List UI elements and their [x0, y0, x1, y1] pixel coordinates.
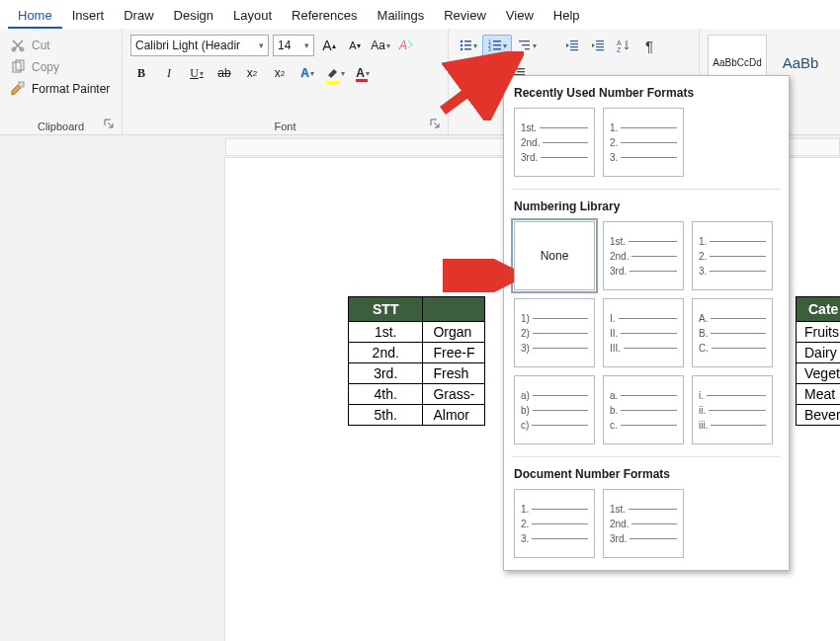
svg-rect-26 [596, 43, 604, 44]
tab-home[interactable]: Home [8, 2, 62, 29]
cut-button[interactable]: Cut [8, 37, 112, 54]
table-row[interactable]: Veget [797, 363, 841, 384]
table-row[interactable]: 1st.Organ [349, 322, 485, 343]
table-row[interactable]: 2nd.Free-F [349, 343, 485, 363]
numbering-tile[interactable]: 1.2.3. [692, 221, 773, 290]
shrink-font-button[interactable]: A▾ [344, 35, 366, 56]
cell[interactable]: Dairy [797, 343, 841, 363]
cell[interactable]: Fruits [797, 322, 841, 343]
recent-grid: 1st.2nd.3rd.1.2.3. [512, 108, 781, 177]
text-effects-button[interactable]: A▾ [296, 62, 318, 84]
cell[interactable]: 1st. [349, 322, 423, 343]
svg-rect-4 [19, 82, 24, 87]
group-clipboard: Cut Copy Format Painter Clipboard [0, 29, 123, 134]
underline-button[interactable]: U▾ [186, 62, 208, 84]
svg-point-8 [460, 44, 462, 47]
show-marks-button[interactable]: ¶ [638, 35, 660, 56]
indent-icon [591, 39, 605, 52]
cell[interactable]: Free-F [423, 343, 485, 363]
numbering-tile[interactable]: a)b)c) [514, 375, 595, 444]
change-case-button[interactable]: Aa▾ [370, 35, 391, 56]
numbering-tile[interactable]: A.B.C. [692, 298, 773, 367]
cell[interactable]: 2nd. [349, 343, 423, 363]
numbering-tile[interactable]: 1st.2nd.3rd. [603, 221, 684, 290]
cell[interactable]: Almor [423, 405, 485, 426]
cell[interactable]: Organ [423, 322, 485, 343]
numbering-tile[interactable]: 1st.2nd.3rd. [514, 108, 595, 177]
svg-rect-21 [570, 40, 578, 41]
font-size-combo[interactable]: 14 ▾ [273, 35, 314, 56]
tab-insert[interactable]: Insert [62, 2, 115, 29]
svg-rect-27 [596, 46, 604, 47]
table-row[interactable]: 4th.Grass- [349, 384, 485, 405]
numbering-tile[interactable]: 1)2)3) [514, 298, 595, 367]
cell[interactable]: Veget [797, 363, 841, 384]
decrease-indent-button[interactable] [561, 35, 583, 56]
superscript-button[interactable]: x2 [269, 62, 291, 84]
tab-references[interactable]: References [282, 2, 367, 29]
svg-rect-22 [570, 43, 578, 44]
tab-help[interactable]: Help [544, 2, 590, 29]
tab-mailings[interactable]: Mailings [368, 2, 435, 29]
table-row[interactable]: 3rd.Fresh [349, 363, 485, 384]
svg-rect-9 [464, 44, 471, 46]
cell[interactable]: 3rd. [349, 363, 423, 384]
cell[interactable]: Bever [797, 405, 841, 426]
numbering-icon: 123 [488, 39, 502, 52]
numbering-dropdown: Recently Used Number Formats 1st.2nd.3rd… [503, 75, 790, 571]
grow-font-button[interactable]: A▴ [318, 35, 340, 56]
svg-rect-13 [493, 40, 501, 42]
chevron-down-icon: ▾ [259, 40, 264, 50]
tab-draw[interactable]: Draw [114, 2, 163, 29]
strikethrough-button[interactable]: ab [213, 62, 235, 84]
cell[interactable]: Grass- [423, 384, 485, 405]
numbering-tile[interactable]: 1st.2nd.3rd. [603, 489, 684, 558]
svg-rect-7 [464, 40, 471, 42]
highlight-button[interactable]: ▾ [324, 62, 346, 84]
italic-button[interactable]: I [158, 62, 180, 84]
copy-label: Copy [32, 60, 59, 74]
sort-icon: AZ [617, 39, 630, 52]
numbering-tile[interactable]: i.ii.iii. [692, 375, 773, 444]
tab-design[interactable]: Design [164, 2, 223, 29]
tab-layout[interactable]: Layout [223, 2, 282, 29]
sort-button[interactable]: AZ [613, 35, 634, 56]
svg-rect-19 [522, 44, 530, 45]
svg-rect-15 [493, 44, 501, 46]
document-grid: 1.2.3.1st.2nd.3rd. [512, 489, 781, 558]
clear-formatting-button[interactable]: A [395, 35, 417, 56]
svg-rect-20 [525, 48, 530, 49]
table-row[interactable]: 5th.Almor [349, 405, 485, 426]
table1-header: STT [349, 297, 423, 322]
subscript-button[interactable]: x2 [241, 62, 263, 84]
cell[interactable]: Fresh [423, 363, 485, 384]
tab-view[interactable]: View [496, 2, 544, 29]
clipboard-launcher[interactable] [102, 117, 116, 130]
font-color-button[interactable]: A▾ [352, 62, 374, 84]
table-row[interactable]: Fruits [797, 322, 841, 343]
document-table-2[interactable]: Cate Fruits Dairy Veget Meat Bever [796, 296, 840, 426]
table1-header-blank [423, 297, 485, 322]
numbering-tile[interactable]: 1.2.3. [603, 108, 684, 177]
font-name-combo[interactable]: Calibri Light (Headir ▾ [130, 35, 269, 56]
svg-rect-17 [493, 48, 501, 50]
table-row[interactable]: Meat [797, 384, 841, 405]
format-painter-button[interactable]: Format Painter [8, 80, 112, 98]
tab-review[interactable]: Review [434, 2, 496, 29]
table-row[interactable]: Bever [797, 405, 841, 426]
svg-point-10 [460, 48, 462, 51]
table-row[interactable]: Dairy [797, 343, 841, 363]
font-color-icon: A [356, 66, 365, 80]
numbering-tile-none[interactable]: None [514, 221, 595, 290]
cell[interactable]: Meat [797, 384, 841, 405]
increase-indent-button[interactable] [587, 35, 609, 56]
cell[interactable]: 5th. [349, 405, 423, 426]
cell[interactable]: 4th. [349, 384, 423, 405]
numbering-tile[interactable]: 1.2.3. [514, 489, 595, 558]
outdent-icon [565, 39, 579, 52]
numbering-tile[interactable]: I.II.III. [603, 298, 684, 367]
document-table-1[interactable]: STT 1st.Organ 2nd.Free-F 3rd.Fresh 4th.G… [348, 296, 485, 426]
copy-button[interactable]: Copy [8, 58, 112, 76]
numbering-tile[interactable]: a.b.c. [603, 375, 684, 444]
bold-button[interactable]: B [130, 62, 152, 84]
